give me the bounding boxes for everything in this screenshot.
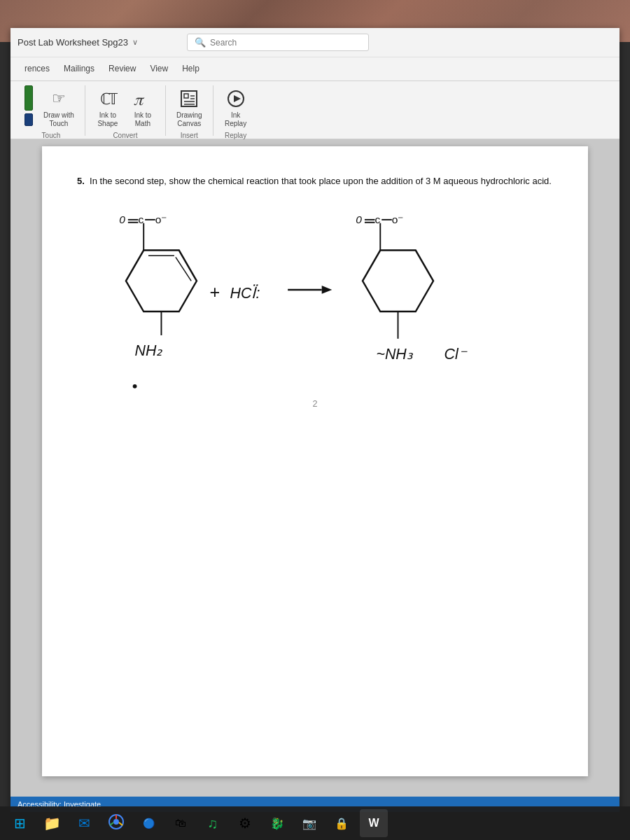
tab-mailings[interactable]: Mailings <box>57 59 102 79</box>
ink-math-icon: 𝜋 <box>133 88 153 110</box>
question-number: 5. <box>77 176 85 186</box>
cl-label: Cl⁻ <box>444 346 468 363</box>
svg-point-26 <box>113 819 119 825</box>
replay-icon <box>226 88 246 110</box>
settings-icon: ⚙ <box>239 815 251 832</box>
blue-marker <box>24 113 33 126</box>
word-window: Post Lab Worksheet Spg23 ∨ 🔍 rences Mail… <box>10 28 620 812</box>
tab-review[interactable]: Review <box>102 59 143 79</box>
arrow-head <box>322 286 332 294</box>
bottom-dot-left <box>133 384 137 388</box>
nh2-label: NH₂ <box>135 342 164 359</box>
page-num: 2 <box>312 399 317 409</box>
drawing-canvas-button[interactable]: DrawingCanvas <box>173 85 206 130</box>
chrome-icon <box>108 814 124 833</box>
spotify-button[interactable]: ♫ <box>199 809 227 837</box>
tab-references[interactable]: rences <box>18 59 57 79</box>
nh3-label: ~NH₃ <box>376 346 413 363</box>
svg-text:𝕋: 𝕋 <box>107 90 118 108</box>
title-bar: Post Lab Worksheet Spg23 ∨ 🔍 <box>10 28 620 57</box>
ribbon-content: ☞ Draw withTouch Touch ℂ 𝕋 <box>10 81 620 139</box>
cortana-icon: 🔵 <box>143 818 155 829</box>
settings-button[interactable]: ⚙ <box>231 809 259 837</box>
green-marker <box>24 85 33 111</box>
insert-group-label: Insert <box>181 132 198 139</box>
security-button[interactable]: 🔒 <box>328 809 356 837</box>
document-title: Post Lab Worksheet Spg23 <box>18 37 128 48</box>
question-text: 5. In the second step, show the chemical… <box>77 174 553 188</box>
touch-group-label: Touch <box>42 132 61 139</box>
chemistry-svg: 0 c o⁻ <box>77 200 553 424</box>
ribbon-tab-bar: rences Mailings Review View Help <box>10 57 620 81</box>
mail-button[interactable]: ✉ <box>70 809 98 837</box>
spotify-icon: ♫ <box>208 816 218 832</box>
store-button[interactable]: 🛍 <box>167 809 195 837</box>
word-button[interactable]: W <box>360 809 388 837</box>
convert-items: ℂ 𝕋 Ink toShape 𝜋 Ink toMath <box>92 85 158 130</box>
taskbar: ⊞ 📁 ✉ 🔵 🛍 ♫ ⚙ 🐉 📷 🔒 <box>0 806 630 840</box>
search-box[interactable]: 🔍 <box>187 34 369 51</box>
insert-items: DrawingCanvas <box>173 85 206 130</box>
search-input[interactable] <box>210 38 361 48</box>
document-area: 5. In the second step, show the chemical… <box>10 139 620 808</box>
left-o-label: o⁻ <box>155 213 167 225</box>
replay-label: InkReplay <box>225 111 246 128</box>
marker-icons <box>24 85 33 126</box>
right-top-o1: 0 <box>356 213 362 225</box>
ribbon: rences Mailings Review View Help ☞ Draw … <box>10 57 620 139</box>
draw-touch-icon: ☞ <box>52 88 66 110</box>
plus-sign: + <box>209 281 220 301</box>
ribbon-group-convert: ℂ 𝕋 Ink toShape 𝜋 Ink toMath <box>85 85 166 136</box>
ink-shape-icon: ℂ 𝕋 <box>98 88 118 110</box>
canvas-icon <box>179 88 199 110</box>
title-chevron[interactable]: ∨ <box>132 38 138 47</box>
draw-with-touch-button[interactable]: ☞ Draw withTouch <box>40 85 78 130</box>
ink-to-math-button[interactable]: 𝜋 Ink toMath <box>127 85 158 130</box>
draw-touch-label: Draw withTouch <box>43 111 74 128</box>
touch-items: ☞ Draw withTouch <box>24 85 78 130</box>
convert-group-label: Convert <box>113 132 137 139</box>
photos-button[interactable]: 📷 <box>295 809 323 837</box>
chrome-button[interactable] <box>102 809 130 837</box>
chemistry-drawing: 0 c o⁻ <box>77 200 553 426</box>
cortana-button[interactable]: 🔵 <box>134 809 162 837</box>
mail-icon: ✉ <box>78 815 90 832</box>
explorer-icon: 📁 <box>43 815 61 832</box>
tab-help[interactable]: Help <box>175 59 206 79</box>
svg-rect-4 <box>184 94 188 98</box>
dragon-button[interactable]: 🐉 <box>263 809 291 837</box>
security-icon: 🔒 <box>335 817 349 830</box>
dragon-icon: 🐉 <box>270 817 284 830</box>
svg-text:𝜋: 𝜋 <box>134 90 145 108</box>
ribbon-group-replay: InkReplay Replay <box>214 85 258 136</box>
right-benzene-ring <box>363 250 433 311</box>
canvas-label: DrawingCanvas <box>176 111 202 128</box>
store-icon: 🛍 <box>175 817 186 830</box>
ribbon-group-touch: ☞ Draw withTouch Touch <box>18 85 85 136</box>
hcl-label: HCl̈: <box>230 284 260 301</box>
tab-view[interactable]: View <box>143 59 175 79</box>
file-explorer-button[interactable]: 📁 <box>38 809 66 837</box>
ink-shape-label: Ink toShape <box>97 111 118 128</box>
word-icon: W <box>368 817 379 830</box>
windows-icon: ⊞ <box>14 815 26 832</box>
photos-icon: 📷 <box>302 817 316 830</box>
document-page: 5. In the second step, show the chemical… <box>42 146 588 776</box>
search-icon: 🔍 <box>195 37 206 48</box>
start-button[interactable]: ⊞ <box>6 809 34 837</box>
ink-to-shape-button[interactable]: ℂ 𝕋 Ink toShape <box>92 85 123 130</box>
ink-replay-button[interactable]: InkReplay <box>220 85 251 130</box>
ink-math-label: Ink toMath <box>134 111 151 128</box>
left-top-formula: 0 <box>119 213 125 225</box>
replay-items: InkReplay <box>220 85 251 130</box>
svg-marker-10 <box>234 95 241 102</box>
ribbon-group-insert: DrawingCanvas Insert <box>166 85 214 136</box>
replay-group-label: Replay <box>225 132 246 139</box>
right-o2-label: o⁻ <box>392 213 404 225</box>
